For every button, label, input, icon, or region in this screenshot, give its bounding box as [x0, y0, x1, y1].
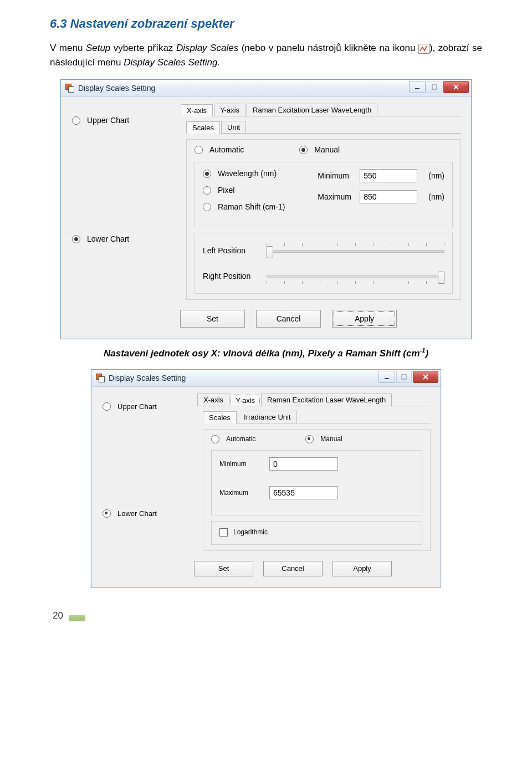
close-button[interactable]: [413, 371, 438, 383]
svg-rect-5: [402, 375, 406, 379]
slider-left-position[interactable]: [267, 243, 444, 258]
label-maximum: Maximum: [318, 192, 360, 201]
radio-manual[interactable]: Manual: [305, 435, 342, 443]
svg-rect-1: [432, 85, 437, 89]
page-number: 20: [53, 610, 63, 621]
set-button[interactable]: Set: [180, 310, 245, 328]
radio-manual[interactable]: Manual: [299, 145, 340, 154]
input-maximum[interactable]: [360, 190, 417, 203]
window-title: Display Scales Setting: [78, 84, 155, 93]
label-minimum: Minimum: [318, 171, 360, 180]
subtab-irradiance-unit[interactable]: Irradiance Unit: [238, 411, 297, 423]
footer-accent-bar: [69, 615, 85, 621]
tab-xaxis[interactable]: X-axis: [197, 394, 229, 406]
close-button[interactable]: [443, 81, 469, 93]
minimize-button[interactable]: [409, 81, 426, 93]
label-maximum: Maximum: [219, 489, 269, 497]
sub-tabs: Scales Unit: [186, 121, 461, 134]
subtab-scales[interactable]: Scales: [186, 121, 220, 134]
radio-lower-chart[interactable]: Lower Chart: [103, 509, 194, 518]
checkbox-logarithmic[interactable]: Logarithmic: [219, 528, 414, 537]
cancel-button[interactable]: Cancel: [263, 561, 323, 576]
tab-raman-laser[interactable]: Raman Excitation Laser WaveLength: [261, 394, 392, 406]
tab-yaxis[interactable]: Y-axis: [231, 395, 260, 406]
radio-lower-chart[interactable]: Lower Chart: [72, 234, 177, 243]
label-right-position: Right Position: [203, 272, 267, 280]
titlebar: Display Scales Setting: [61, 80, 471, 97]
apply-button[interactable]: Apply: [332, 310, 397, 328]
maximize-button[interactable]: [427, 81, 442, 93]
tab-yaxis[interactable]: Y-axis: [214, 104, 245, 116]
unit-min: (nm): [428, 171, 444, 180]
tab-raman-laser[interactable]: Raman Excitation Laser WaveLength: [247, 104, 377, 116]
display-scales-toolbar-icon: [418, 44, 429, 54]
radio-pixel[interactable]: Pixel: [203, 186, 318, 195]
cancel-button[interactable]: Cancel: [256, 310, 321, 328]
apply-button[interactable]: Apply: [332, 561, 392, 576]
slider-right-position[interactable]: [267, 269, 444, 283]
sub-tabs: Scales Irradiance Unit: [203, 411, 431, 423]
minimize-button[interactable]: [378, 371, 395, 383]
section-heading: 6.3 Nastavení zobrazení spekter: [50, 17, 482, 31]
display-scales-dialog-yaxis: Display Scales Setting Upper Chart Lower…: [91, 369, 441, 588]
radio-automatic[interactable]: Automatic: [195, 145, 244, 154]
input-minimum[interactable]: [269, 457, 338, 471]
radio-wavelength[interactable]: Wavelength (nm): [203, 169, 318, 178]
input-maximum[interactable]: [269, 486, 338, 499]
radio-automatic[interactable]: Automatic: [211, 435, 255, 443]
radio-upper-chart[interactable]: Upper Chart: [103, 402, 194, 411]
subtab-unit[interactable]: Unit: [221, 121, 246, 133]
intro-paragraph: V menu Setup vyberte příkaz Display Scal…: [50, 41, 482, 69]
set-button[interactable]: Set: [194, 561, 253, 576]
titlebar: Display Scales Setting: [91, 370, 441, 387]
main-tabs: X-axis Y-axis Raman Excitation Laser Wav…: [181, 103, 461, 116]
main-tabs: X-axis Y-axis Raman Excitation Laser Wav…: [197, 392, 431, 406]
label-left-position: Left Position: [203, 246, 267, 255]
unit-max: (nm): [428, 192, 444, 201]
subtab-scales[interactable]: Scales: [203, 411, 237, 423]
label-minimum: Minimum: [219, 460, 269, 468]
app-icon: [96, 374, 105, 382]
tab-xaxis[interactable]: X-axis: [181, 104, 213, 116]
app-icon: [65, 84, 74, 93]
input-minimum[interactable]: [360, 169, 417, 182]
radio-raman-shift[interactable]: Raman Shift (cm-1): [203, 202, 318, 211]
caption-xaxis-units: Nastavení jednotek osy X: vlnová délka (…: [50, 347, 482, 359]
display-scales-dialog-xaxis: Display Scales Setting Upper Chart Lower…: [60, 79, 472, 339]
window-title: Display Scales Setting: [109, 374, 186, 382]
maximize-button[interactable]: [396, 371, 412, 383]
radio-upper-chart[interactable]: Upper Chart: [72, 116, 177, 125]
